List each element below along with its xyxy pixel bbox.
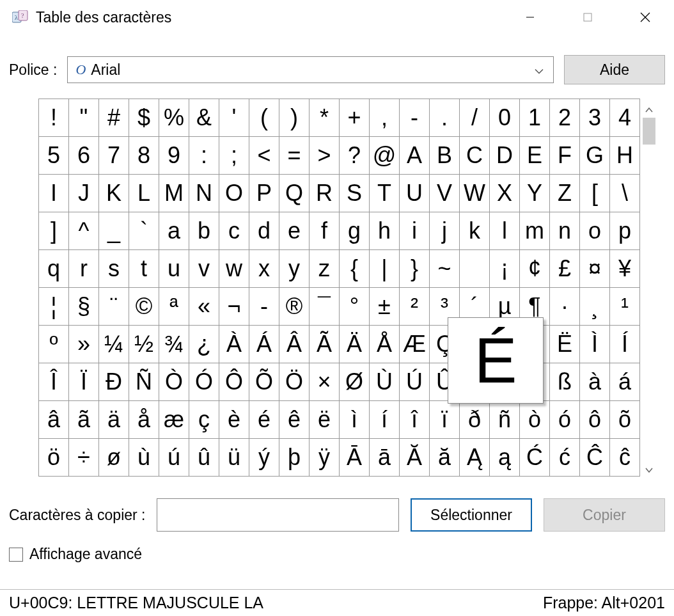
- character-cell[interactable]: ×: [310, 363, 340, 401]
- character-cell[interactable]: [460, 250, 490, 288]
- character-cell[interactable]: I: [39, 175, 69, 212]
- character-cell[interactable]: &: [189, 99, 219, 137]
- character-cell[interactable]: ø: [99, 439, 129, 477]
- character-cell[interactable]: «: [189, 288, 219, 326]
- character-cell[interactable]: õ: [610, 401, 640, 439]
- select-button[interactable]: Sélectionner: [411, 498, 532, 532]
- character-cell[interactable]: o: [580, 212, 610, 250]
- character-cell[interactable]: ÷: [69, 439, 99, 477]
- character-cell[interactable]: D: [490, 137, 520, 175]
- maximize-button[interactable]: [559, 0, 616, 35]
- character-cell[interactable]: æ: [159, 401, 189, 439]
- character-cell[interactable]: r: [69, 250, 99, 288]
- character-cell[interactable]: 0: [490, 99, 520, 137]
- character-cell[interactable]: ö: [39, 439, 69, 477]
- character-cell[interactable]: |: [370, 250, 400, 288]
- character-cell[interactable]: ò: [520, 401, 550, 439]
- character-cell[interactable]: 4: [610, 99, 640, 137]
- character-cell[interactable]: è: [219, 401, 249, 439]
- character-cell[interactable]: ¬: [219, 288, 249, 326]
- character-cell[interactable]: §: [69, 288, 99, 326]
- character-cell[interactable]: þ: [279, 439, 310, 477]
- character-cell[interactable]: T: [370, 175, 400, 212]
- character-cell[interactable]: z: [310, 250, 340, 288]
- character-cell[interactable]: l: [490, 212, 520, 250]
- character-cell[interactable]: 9: [159, 137, 189, 175]
- character-cell[interactable]: ): [279, 99, 310, 137]
- character-cell[interactable]: t: [129, 250, 159, 288]
- character-cell[interactable]: Æ: [400, 326, 430, 363]
- character-cell[interactable]: -: [400, 99, 430, 137]
- copy-input[interactable]: [157, 498, 399, 532]
- character-cell[interactable]: ·: [550, 288, 580, 326]
- character-cell[interactable]: x: [249, 250, 279, 288]
- character-cell[interactable]: Õ: [249, 363, 279, 401]
- character-cell[interactable]: Ø: [340, 363, 370, 401]
- character-cell[interactable]: ª: [159, 288, 189, 326]
- character-cell[interactable]: u: [159, 250, 189, 288]
- character-cell[interactable]: »: [69, 326, 99, 363]
- close-button[interactable]: [616, 0, 674, 35]
- character-cell[interactable]: ù: [129, 439, 159, 477]
- character-cell[interactable]: ©: [129, 288, 159, 326]
- character-cell[interactable]: ë: [310, 401, 340, 439]
- character-cell[interactable]: ¤: [580, 250, 610, 288]
- character-cell[interactable]: ă: [430, 439, 460, 477]
- minimize-button[interactable]: [501, 0, 559, 35]
- character-cell[interactable]: R: [310, 175, 340, 212]
- character-cell[interactable]: ó: [550, 401, 580, 439]
- character-cell[interactable]: L: [129, 175, 159, 212]
- character-cell[interactable]: ý: [249, 439, 279, 477]
- character-cell[interactable]: ¹: [610, 288, 640, 326]
- character-cell[interactable]: Ă: [400, 439, 430, 477]
- character-cell[interactable]: c: [219, 212, 249, 250]
- character-cell[interactable]: ÿ: [310, 439, 340, 477]
- character-cell[interactable]: Ä: [340, 326, 370, 363]
- character-cell[interactable]: ð: [460, 401, 490, 439]
- character-cell[interactable]: ñ: [490, 401, 520, 439]
- character-cell[interactable]: ä: [99, 401, 129, 439]
- character-cell[interactable]: Y: [520, 175, 550, 212]
- character-cell[interactable]: ç: [189, 401, 219, 439]
- character-cell[interactable]: !: [39, 99, 69, 137]
- character-cell[interactable]: F: [550, 137, 580, 175]
- character-cell[interactable]: #: [99, 99, 129, 137]
- character-cell[interactable]: Ò: [159, 363, 189, 401]
- character-cell[interactable]: +: [340, 99, 370, 137]
- character-cell[interactable]: ¢: [520, 250, 550, 288]
- character-cell[interactable]: q: [39, 250, 69, 288]
- character-cell[interactable]: ú: [159, 439, 189, 477]
- character-cell[interactable]: S: [340, 175, 370, 212]
- character-cell[interactable]: U: [400, 175, 430, 212]
- character-cell[interactable]: (: [249, 99, 279, 137]
- character-cell[interactable]: ĉ: [610, 439, 640, 477]
- character-cell[interactable]: E: [520, 137, 550, 175]
- scroll-up-icon[interactable]: [645, 104, 653, 116]
- character-cell[interactable]: <: [249, 137, 279, 175]
- character-cell[interactable]: 3: [580, 99, 610, 137]
- character-cell[interactable]: ±: [370, 288, 400, 326]
- character-cell[interactable]: ì: [340, 401, 370, 439]
- character-cell[interactable]: H: [610, 137, 640, 175]
- character-cell[interactable]: [: [580, 175, 610, 212]
- character-cell[interactable]: ã: [69, 401, 99, 439]
- character-cell[interactable]: ß: [550, 363, 580, 401]
- character-cell[interactable]: Ñ: [129, 363, 159, 401]
- character-cell[interactable]: -: [249, 288, 279, 326]
- character-cell[interactable]: í: [370, 401, 400, 439]
- character-cell[interactable]: Ë: [550, 326, 580, 363]
- character-cell[interactable]: ¡: [490, 250, 520, 288]
- character-cell[interactable]: Ą: [460, 439, 490, 477]
- character-cell[interactable]: Ú: [400, 363, 430, 401]
- character-cell[interactable]: ~: [430, 250, 460, 288]
- character-cell[interactable]: À: [219, 326, 249, 363]
- character-cell[interactable]: º: [39, 326, 69, 363]
- character-cell[interactable]: Ù: [370, 363, 400, 401]
- character-cell[interactable]: N: [189, 175, 219, 212]
- character-cell[interactable]: $: [129, 99, 159, 137]
- character-cell[interactable]: ¯: [310, 288, 340, 326]
- character-cell[interactable]: ²: [400, 288, 430, 326]
- copy-button[interactable]: Copier: [544, 498, 665, 532]
- character-cell[interactable]: Q: [279, 175, 310, 212]
- character-cell[interactable]: i: [400, 212, 430, 250]
